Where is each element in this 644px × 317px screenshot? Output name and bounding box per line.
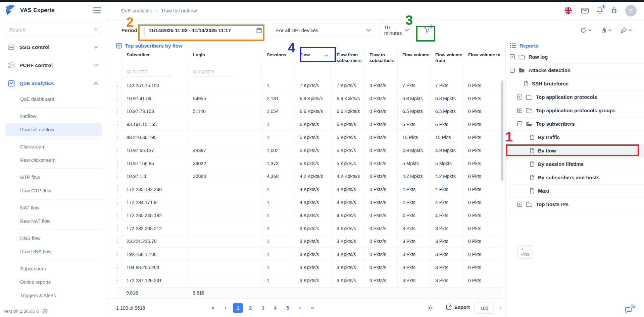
- tree-item-top-application-protocols-groups[interactable]: Top application protocols groups: [506, 104, 644, 117]
- column-header-login[interactable]: Login: [188, 50, 262, 65]
- tree-item-by-traffic[interactable]: By traffic: [506, 131, 644, 144]
- table-row[interactable]: 10.97.73.153511402,0546.6 Kpkts/s6.6 Kpk…: [116, 105, 502, 118]
- row-drag-handle-icon[interactable]: [116, 261, 121, 274]
- column-header-flow-from-subscribers[interactable]: Flow from subscribers: [332, 50, 364, 65]
- next-page-button[interactable]: ›: [295, 303, 305, 313]
- row-drag-handle-icon[interactable]: [116, 144, 121, 157]
- search-input[interactable]: [9, 27, 93, 33]
- table-settings-gear-icon[interactable]: [427, 305, 434, 311]
- interval-select[interactable]: 10 minutes: [380, 23, 413, 37]
- period-range-input[interactable]: 11/14/2025 11:02 - 11/14/2025 11:17: [144, 23, 266, 37]
- notifications-bell[interactable]: 1: [597, 6, 603, 15]
- bug-report-icon[interactable]: [611, 7, 617, 14]
- hand-tool[interactable]: [601, 27, 612, 34]
- row-drag-handle-icon[interactable]: [116, 183, 121, 196]
- row-drag-handle-icon[interactable]: [116, 235, 121, 248]
- sidebar-item-raw-gtp-flow[interactable]: Raw GTP flow: [0, 184, 107, 197]
- first-page-button[interactable]: «: [208, 303, 218, 313]
- table-row[interactable]: 172.234.171.914 Kpkts/s4 Kpkts/s0 Pkts/s…: [116, 196, 502, 209]
- column-header-flow-to-subscribers[interactable]: Flow to subscribers: [364, 50, 397, 65]
- table-row[interactable]: 142.251.15.10017 Kpkts/s7 Kpkts/s0 Pkts/…: [116, 79, 502, 92]
- sidebar-item-nat-flow[interactable]: NAT flow: [0, 201, 107, 214]
- table-row[interactable]: 172.235.182.23814 Kpkts/s4 Kpkts/s0 Pkts…: [116, 183, 502, 196]
- tree-item-top-subscribers[interactable]: Top subscribers: [506, 117, 644, 131]
- sidebar-item-subscribers[interactable]: Subscribers: [0, 262, 107, 275]
- row-drag-handle-icon[interactable]: [116, 274, 121, 287]
- version-info-icon[interactable]: [43, 309, 48, 314]
- sidebar-item-triggers-alerts[interactable]: Triggers & Alerts: [0, 289, 107, 302]
- sidebar-section-ssg-control[interactable]: SSG control: [0, 38, 107, 56]
- calendar-icon[interactable]: [256, 27, 262, 34]
- table-row[interactable]: 88.210.36.19515 Kpkts/s5 Kpkts/s0 Pkts/s…: [116, 131, 502, 144]
- tree-item-ssh-bruteforce[interactable]: SSH bruteforce: [506, 77, 644, 90]
- sidebar-item-raw-nat-flow[interactable]: Raw NAT flow: [0, 214, 107, 228]
- page-button-2[interactable]: 2: [245, 303, 255, 313]
- tree-item-by-flow[interactable]: By flow: [506, 144, 644, 157]
- sidebar-item-gtp-flow[interactable]: GTP flow: [0, 171, 107, 184]
- column-filter-input[interactable]: [199, 70, 233, 74]
- mail-icon[interactable]: [581, 8, 589, 14]
- row-drag-handle-icon[interactable]: [116, 131, 121, 144]
- page-button-5[interactable]: 5: [283, 303, 293, 313]
- column-header-sessions[interactable]: Sessions: [262, 50, 295, 65]
- tree-item-top-application-protocols[interactable]: Top application protocols: [506, 90, 644, 104]
- language-flag-icon[interactable]: [563, 6, 573, 16]
- tree-item-by-session-lifetime[interactable]: By session lifetime: [506, 157, 644, 171]
- column-header-flow-volume-to[interactable]: Flow volume to: [463, 50, 502, 65]
- tree-item-by-subscribers-and-hosts[interactable]: By subscribers and hosts: [506, 171, 644, 184]
- sidebar-section-qoe-analytics[interactable]: QoE analytics: [0, 74, 107, 92]
- page-button-1[interactable]: 1: [233, 303, 243, 313]
- table-row[interactable]: 172.237.126.23113 Kpkts/s3 Kpkts/s0 Pkts…: [116, 274, 502, 287]
- row-drag-handle-icon[interactable]: [116, 222, 121, 235]
- last-page-button[interactable]: »: [307, 303, 317, 313]
- breadcrumb-item-qoe-analytics[interactable]: QoE analytics: [121, 8, 152, 13]
- sidebar-item-netflow[interactable]: Netflow: [0, 110, 107, 123]
- sidebar-item-dns-flow[interactable]: DNS flow: [0, 232, 107, 245]
- brush-tool[interactable]: [621, 27, 632, 33]
- row-drag-handle-icon[interactable]: [116, 196, 121, 209]
- refresh-tool[interactable]: [580, 27, 592, 34]
- page-size-arrow-down-icon[interactable]: ↓: [499, 305, 502, 311]
- sidebar-item-clickstream[interactable]: Clickstream: [0, 140, 107, 153]
- column-filter-input[interactable]: [133, 70, 171, 74]
- tree-item-raw-log[interactable]: Raw log: [506, 50, 644, 64]
- sidebar-item-raw-full-netflow[interactable]: Raw full netflow: [5, 123, 102, 136]
- page-button-3[interactable]: 3: [258, 303, 268, 313]
- column-header-flow[interactable]: Flow: [295, 50, 332, 65]
- row-drag-handle-icon[interactable]: [116, 79, 121, 92]
- table-row[interactable]: 10.97.1.3308804,3604.2 Kpkts/s4.2 Kpkts/…: [116, 170, 502, 183]
- sidebar-item-raw-clickstream[interactable]: Raw clickstream: [0, 153, 107, 167]
- prev-page-button[interactable]: ‹: [220, 303, 231, 313]
- page-button-4[interactable]: 4: [270, 303, 280, 313]
- column-header-subscriber[interactable]: Subscriber: [121, 50, 188, 65]
- filter-funnel-button[interactable]: 1: [424, 26, 431, 34]
- sidebar-item-qoe-dashboard[interactable]: QoE dashboard: [0, 92, 107, 106]
- row-drag-handle-icon[interactable]: [116, 105, 121, 118]
- row-drag-handle-icon[interactable]: [116, 209, 121, 222]
- export-button[interactable]: Export: [446, 304, 470, 310]
- sidebar-item-raw-dns-flow[interactable]: Raw DNS flow: [0, 245, 107, 258]
- table-row[interactable]: 10.97.41.59549552,1316.9 Kpkts/s6.9 Kpkt…: [116, 92, 502, 105]
- row-drag-handle-icon[interactable]: [116, 157, 121, 170]
- dpi-device-select[interactable]: For all DPI devices: [272, 23, 375, 37]
- row-drag-handle-icon[interactable]: [116, 92, 121, 105]
- tree-item-top-hosts-ips[interactable]: Top hosts IPs: [506, 198, 644, 211]
- row-drag-handle-icon[interactable]: [116, 170, 121, 183]
- column-header-flow-volume[interactable]: Flow volume: [397, 50, 430, 65]
- hamburger-menu-icon[interactable]: [93, 7, 101, 13]
- table-row[interactable]: 192.168.1.10013 Kpkts/s3 Kpkts/s0 Pkts/s…: [116, 248, 502, 261]
- row-drag-handle-icon[interactable]: [116, 248, 121, 261]
- row-drag-handle-icon[interactable]: [116, 118, 121, 131]
- user-avatar[interactable]: T: [625, 5, 637, 16]
- table-row[interactable]: 10.97.166.85390321,3735 Kpkts/s5 Kpkts/s…: [116, 157, 502, 170]
- table-row[interactable]: 104.88.206.20313 Kpkts/s3 Kpkts/s0 Pkts/…: [116, 261, 502, 274]
- table-row[interactable]: 23.221.236.7013 Kpkts/s3 Kpkts/s0 Pkts/s…: [116, 235, 502, 248]
- chat-widget[interactable]: 72: [625, 307, 632, 315]
- sidebar-item-online-reports[interactable]: Online reports: [0, 275, 107, 289]
- clear-search-icon[interactable]: ✕: [93, 26, 98, 33]
- sidebar-section-pcrf-control[interactable]: PCRF control: [0, 56, 107, 74]
- table-row[interactable]: 10.97.65.137483971,0025 Kpkts/s5 Kpkts/s…: [116, 144, 502, 157]
- tree-item-attacks-detection[interactable]: Attacks detection: [506, 64, 644, 77]
- page-size-select[interactable]: 100: [475, 303, 494, 314]
- table-vertical-scrollbar[interactable]: [501, 80, 503, 181]
